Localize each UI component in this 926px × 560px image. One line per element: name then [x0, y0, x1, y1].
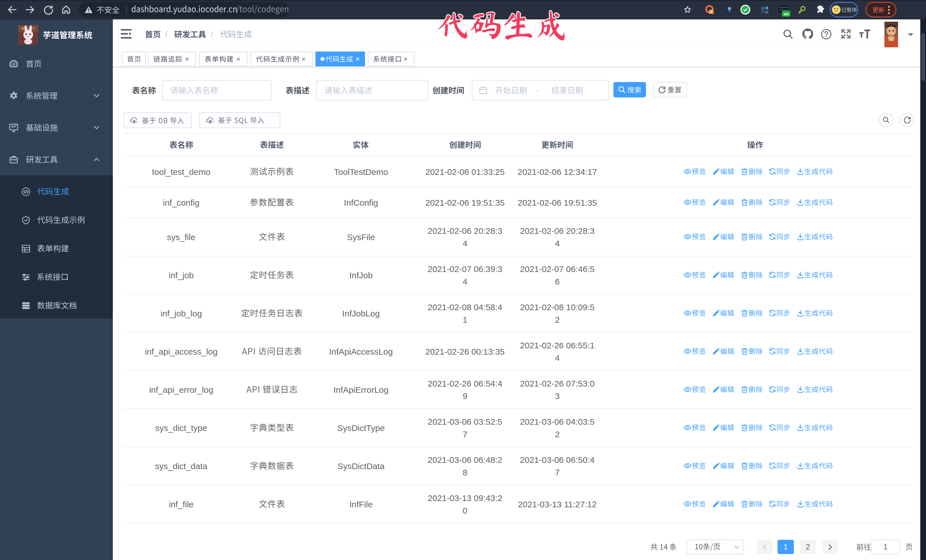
svg-text:on: on — [784, 12, 789, 16]
svg-text:1: 1 — [710, 10, 712, 14]
